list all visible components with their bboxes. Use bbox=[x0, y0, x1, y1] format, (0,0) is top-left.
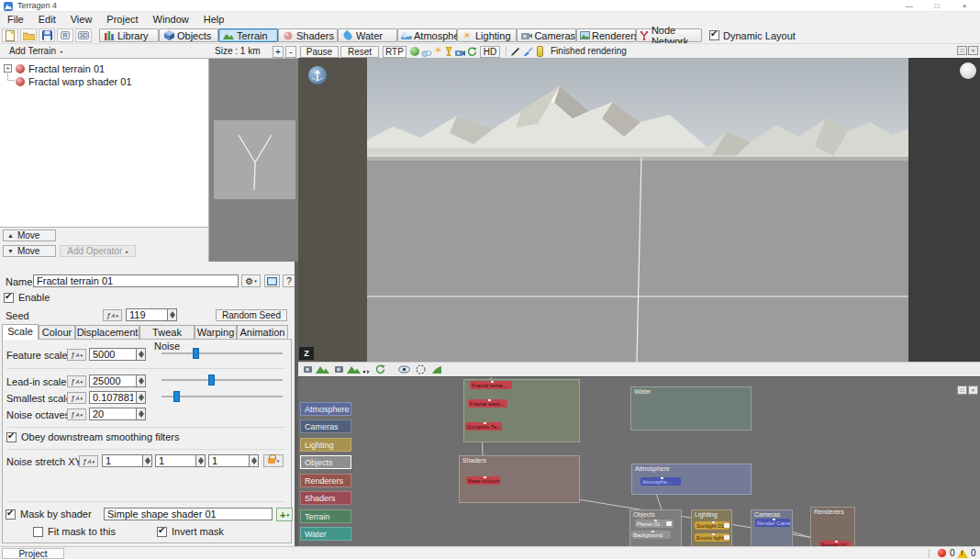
three-d-preview-button[interactable]: 3D bbox=[75, 28, 92, 42]
noise-stretch-x-input[interactable] bbox=[102, 454, 143, 467]
tree-item-fractal-warp[interactable]: Fractal warp shader 01 bbox=[16, 75, 132, 87]
toolbar-tab-shaders[interactable]: Shaders bbox=[278, 28, 338, 42]
three-d-preview[interactable]: Z bbox=[298, 58, 980, 362]
open-project-button[interactable] bbox=[20, 28, 37, 42]
lead-in-scale-input[interactable] bbox=[89, 375, 137, 387]
mask-shader-input[interactable] bbox=[104, 508, 273, 520]
smoothing-toggle[interactable]: Obey downstream smoothing filters bbox=[6, 431, 179, 442]
slider-handle[interactable] bbox=[173, 391, 180, 402]
invert-mask-toggle[interactable]: Invert mask bbox=[157, 526, 224, 537]
lead-in-scale-slider[interactable] bbox=[161, 375, 283, 386]
project-settings-button[interactable]: Project Settings... bbox=[2, 548, 64, 559]
node-base-colours[interactable]: Base colours bbox=[466, 476, 500, 485]
reset-button[interactable]: Reset bbox=[340, 46, 379, 58]
rendered-scene[interactable] bbox=[367, 58, 908, 362]
pane-maximize-button[interactable]: □ bbox=[957, 386, 967, 395]
move-down-button[interactable]: ▼ Move bbox=[3, 245, 56, 257]
node-planet[interactable]: Planet 01 bbox=[635, 520, 674, 528]
save-project-button[interactable] bbox=[39, 28, 55, 42]
menu-window[interactable]: Window bbox=[146, 12, 196, 28]
toolbar-tab-library[interactable]: Library bbox=[99, 28, 159, 42]
noise-stretch-z-input[interactable] bbox=[208, 454, 250, 467]
menu-project[interactable]: Project bbox=[99, 12, 145, 28]
mask-checkbox[interactable] bbox=[6, 509, 16, 520]
node-atmosphere[interactable]: Atmosphe... bbox=[640, 477, 681, 486]
group-objects[interactable]: Objects bbox=[629, 509, 682, 546]
render-view-button[interactable]: R bbox=[57, 28, 73, 42]
node-fractal-terrain[interactable]: Fractal terrai... bbox=[470, 381, 512, 389]
tab-animation[interactable]: Animation bbox=[237, 325, 288, 340]
size-decrease-button[interactable]: - bbox=[285, 46, 296, 58]
toolbar-tab-objects[interactable]: Objects bbox=[159, 28, 218, 42]
function-button[interactable]: ƒA▾ bbox=[79, 455, 98, 467]
minimize-button[interactable]: — bbox=[896, 0, 923, 12]
tab-displacement[interactable]: Displacement bbox=[75, 325, 139, 340]
dynamic-layout-checkbox[interactable] bbox=[709, 30, 719, 40]
node-compute-terrain[interactable]: Compute Te... bbox=[465, 422, 502, 430]
lead-in-scale-spinner[interactable] bbox=[136, 375, 146, 387]
tree-item-fractal-terrain[interactable]: + Fractal terrain 01 bbox=[4, 62, 105, 74]
tab-colour[interactable]: Colour bbox=[39, 325, 75, 340]
toolbar-tab-terrain[interactable]: Terrain bbox=[218, 28, 278, 42]
node-fractal-warp[interactable]: Fractal warp... bbox=[468, 399, 507, 408]
close-button[interactable]: × bbox=[951, 0, 978, 12]
rtp-button[interactable]: RTP bbox=[383, 46, 406, 58]
noise-octaves-input[interactable] bbox=[89, 408, 137, 420]
warning-indicator-icon[interactable] bbox=[957, 549, 968, 558]
node-background[interactable]: Background bbox=[631, 531, 671, 539]
visibility-button[interactable] bbox=[398, 363, 410, 375]
menu-help[interactable]: Help bbox=[196, 12, 232, 28]
function-button[interactable]: ƒA▾ bbox=[67, 392, 86, 404]
node-render-camera[interactable]: Render Came... bbox=[755, 519, 790, 527]
toolbar-tab-water[interactable]: Water bbox=[338, 28, 397, 42]
noise-stretch-y-input[interactable] bbox=[155, 454, 196, 467]
smallest-scale-spinner[interactable] bbox=[136, 391, 146, 404]
enable-toggle[interactable]: Enable bbox=[4, 292, 50, 303]
toolbar-tab-atmosphere[interactable]: Atmosphere bbox=[397, 28, 457, 42]
smallest-scale-slider[interactable] bbox=[161, 391, 283, 402]
random-seed-button[interactable]: Random Seed bbox=[216, 309, 287, 321]
noise-stretch-y-spinner[interactable] bbox=[195, 454, 206, 467]
tab-warping[interactable]: Warping bbox=[195, 325, 237, 340]
node-enviro-light[interactable]: Enviro light bbox=[695, 533, 729, 542]
pane-maximize-button[interactable]: □ bbox=[957, 46, 967, 55]
invert-mask-checkbox[interactable] bbox=[157, 527, 167, 537]
meter-icon[interactable] bbox=[537, 46, 543, 57]
group-water[interactable]: Water bbox=[630, 386, 752, 430]
hd-button[interactable]: HD bbox=[480, 46, 500, 58]
error-indicator-icon[interactable] bbox=[938, 549, 946, 557]
size-increase-button[interactable]: + bbox=[273, 46, 284, 58]
feature-scale-input[interactable] bbox=[89, 348, 137, 361]
terrain-view-button[interactable] bbox=[431, 363, 442, 375]
zoom-overlay-badge[interactable]: Z bbox=[299, 347, 314, 360]
move-up-button[interactable]: ▲ Move bbox=[3, 229, 56, 241]
pane-close-button[interactable]: × bbox=[968, 386, 978, 395]
tab-scale[interactable]: Scale bbox=[2, 324, 39, 340]
shader-preview-thumbnail[interactable] bbox=[214, 120, 295, 199]
enable-checkbox[interactable] bbox=[4, 293, 14, 303]
noise-stretch-x-spinner[interactable] bbox=[142, 454, 152, 467]
name-input[interactable] bbox=[33, 274, 239, 287]
tab-tweak-noise[interactable]: Tweak Noise bbox=[139, 325, 195, 340]
menu-view[interactable]: View bbox=[63, 12, 100, 28]
trackball-sphere[interactable] bbox=[960, 62, 976, 79]
seed-function-button[interactable]: ƒA ▾ bbox=[103, 309, 122, 321]
refresh-view-button[interactable] bbox=[375, 363, 385, 375]
feature-scale-spinner[interactable] bbox=[136, 348, 146, 361]
fit-mask-toggle[interactable]: Fit mask to this bbox=[33, 526, 116, 537]
orbit-widget[interactable] bbox=[308, 66, 327, 84]
render-this-view-button[interactable] bbox=[304, 363, 329, 375]
dynamic-layout-toggle[interactable]: Dynamic Layout bbox=[709, 30, 796, 41]
fit-mask-checkbox[interactable] bbox=[33, 527, 43, 537]
sun-toggle-icon[interactable]: ☀ bbox=[434, 46, 442, 55]
group-cameras[interactable]: Cameras bbox=[751, 509, 793, 546]
gear-menu-button[interactable]: ⚙ ▾ bbox=[241, 274, 261, 287]
seed-spinner[interactable] bbox=[167, 308, 177, 321]
add-terrain-button[interactable]: Add Terrain ▸ bbox=[9, 46, 62, 56]
link-values-button[interactable]: ▾ bbox=[263, 454, 284, 467]
slider-handle[interactable] bbox=[193, 348, 199, 359]
noise-octaves-spinner[interactable] bbox=[136, 408, 146, 420]
function-button[interactable]: ƒA▾ bbox=[67, 408, 86, 420]
render-options-button[interactable] bbox=[335, 363, 370, 375]
new-project-button[interactable] bbox=[2, 28, 18, 42]
